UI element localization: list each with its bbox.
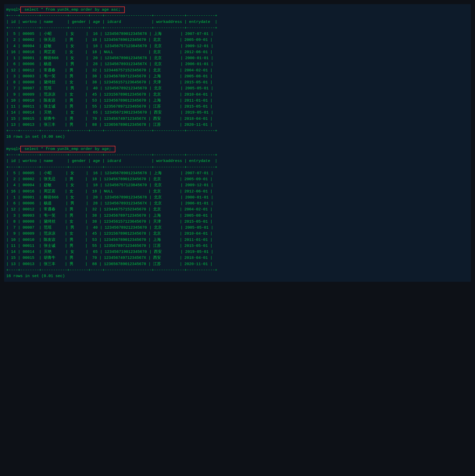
data-row2-8: | 3 | 00003 | 韦一笑 | 男 | 38 | 12345678971… (6, 214, 213, 218)
divider-bot2: +----+--------+-----------+--------+----… (6, 268, 217, 272)
data-row1-2: | 2 | 00002 | 张无忌 | 男 | 18 | 12345678901… (6, 38, 213, 42)
data-row1-6: | 6 | 00006 | 杨逍 | 男 | 28 | 123456789312… (6, 62, 213, 66)
data-row2-2: | 2 | 00002 | 张无忌 | 男 | 18 | 12345678901… (6, 177, 213, 181)
terminal-content: mysql> select * from yun3k_emp order by … (6, 7, 469, 279)
data-row2-4: | 16 | 00016 | 周芷若 | 女 | 18 | NULL | 北京 … (6, 189, 213, 194)
data-row2-15: | 15 | 00015 | 胡青牛 | 男 | 70 | 1234567497… (6, 256, 213, 260)
sql-box2: select * from yun3k_emp order by age; (20, 146, 115, 152)
data-row2-6: | 6 | 00006 | 杨逍 | 男 | 28 | 123456789312… (6, 201, 213, 206)
data-row1-3: | 4 | 00004 | 赵敏 | 女 | 18 | 123456757123… (6, 44, 213, 48)
divider-bot1: +----+--------+-----------+--------+----… (6, 129, 217, 133)
data-row2-16: | 13 | 00013 | 张三丰 | 男 | 88 | 1236567890… (6, 262, 213, 266)
data-row1-4: | 16 | 00016 | 周芷若 | 女 | 18 | NULL | 北京 … (6, 50, 213, 54)
data-row1-7: | 12 | 00012 | 常遇春 | 男 | 32 | 1234467571… (6, 68, 213, 73)
data-row2-14: | 14 | 00014 | 灭绝 | 女 | 65 | 12345671901… (6, 250, 213, 254)
data-row2-12: | 10 | 00010 | 陈友谅 | 男 | 53 | 1234567890… (6, 238, 213, 242)
data-row1-15: | 15 | 00015 | 胡青牛 | 男 | 70 | 1234567497… (6, 117, 213, 121)
result2: 16 rows in set (0.01 sec) (6, 274, 65, 278)
header-row2: | id | workno | name | gender | age | id… (6, 159, 217, 163)
data-row2-11: | 9 | 00009 | 范凉凉 | 女 | 45 | 12315678901… (6, 231, 213, 236)
divider-top2: +----+--------+-----------+--------+----… (6, 153, 217, 157)
data-row1-16: | 13 | 00013 | 张三丰 | 男 | 88 | 1236567890… (6, 123, 213, 127)
data-row2-13: | 11 | 00011 | 张士诚 | 男 | 55 | 1235678971… (6, 244, 213, 248)
data-row1-14: | 14 | 00014 | 灭绝 | 女 | 65 | 12345671901… (6, 110, 213, 115)
data-row2-9: | 8 | 00008 | 黛绮丝 | 女 | 38 | 12345615712… (6, 220, 213, 224)
data-row2-1: | 5 | 00005 | 小昭 | 女 | 16 | 123456789012… (6, 171, 213, 176)
data-row1-10: | 7 | 00007 | 范瑶 | 男 | 40 | 123456789212… (6, 86, 213, 91)
data-row1-12: | 10 | 00010 | 陈友谅 | 男 | 53 | 1234567890… (6, 98, 213, 103)
divider-top1: +----+--------+-----------+--------+----… (6, 14, 217, 18)
data-row2-7: | 12 | 00012 | 常遇春 | 男 | 32 | 1234467571… (6, 207, 213, 212)
data-row2-10: | 7 | 00007 | 范瑶 | 男 | 40 | 123456789212… (6, 226, 213, 230)
divider-head2: +----+--------+-----------+--------+----… (6, 165, 217, 170)
prompt1: mysql> (6, 8, 20, 12)
data-row1-11: | 9 | 00009 | 范凉凉 | 女 | 45 | 12315678901… (6, 92, 213, 97)
data-row1-1: | 5 | 00005 | 小昭 | 女 | 16 | 123456789012… (6, 32, 213, 36)
sql-box1: select * from yun3k_emp order by age asc… (20, 7, 125, 13)
data-row1-8: | 3 | 00003 | 韦一笑 | 男 | 38 | 12345678971… (6, 74, 213, 79)
data-row1-9: | 8 | 00008 | 黛绮丝 | 女 | 38 | 12345615712… (6, 80, 213, 85)
header-row1: | id | workno | name | gender | age | id… (6, 20, 217, 24)
prompt2: mysql> (6, 147, 20, 151)
data-row1-13: | 11 | 00011 | 张士诚 | 男 | 55 | 1235678971… (6, 104, 213, 109)
data-row2-5: | 1 | 00001 | 柳岩666 | 女 | 20 | 123456789… (6, 195, 213, 200)
result1: 16 rows in set (0.00 sec) (6, 135, 65, 139)
terminal: mysql> select * from yun3k_emp order by … (4, 4, 471, 282)
divider-head1: +----+--------+-----------+--------+----… (6, 26, 217, 30)
data-row2-3: | 4 | 00004 | 赵敏 | 女 | 18 | 123456757123… (6, 183, 213, 187)
data-row1-5: | 1 | 00001 | 柳岩666 | 女 | 20 | 123456789… (6, 56, 213, 60)
